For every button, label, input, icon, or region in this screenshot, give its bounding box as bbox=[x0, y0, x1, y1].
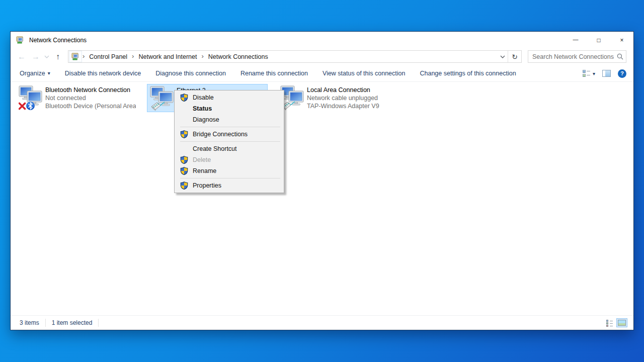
up-button[interactable]: ↑ bbox=[51, 50, 65, 63]
address-site-button[interactable] bbox=[69, 51, 82, 62]
change-view-button[interactable]: ▾ bbox=[583, 70, 595, 77]
details-view-button[interactable] bbox=[606, 319, 613, 327]
file-list-area[interactable]: Bluetooth Network Connection Not connect… bbox=[11, 82, 633, 315]
search-box bbox=[528, 50, 626, 63]
menu-item-bridge-connections[interactable]: Bridge Connections bbox=[175, 129, 284, 140]
minimize-icon: — bbox=[573, 36, 579, 42]
menu-separator bbox=[180, 141, 280, 142]
menu-item-properties[interactable]: Properties bbox=[175, 180, 284, 191]
menu-separator bbox=[180, 178, 280, 178]
connection-device: TAP-Windows Adapter V9 bbox=[307, 102, 397, 110]
statusbar-view-toggles bbox=[606, 318, 627, 327]
context-menu: Disable Status Diagnose Bridge Connectio… bbox=[174, 90, 284, 193]
help-button[interactable]: ? bbox=[618, 69, 626, 78]
menu-item-rename[interactable]: Rename bbox=[175, 165, 284, 176]
close-icon: × bbox=[620, 37, 623, 44]
menu-item-disable[interactable]: Disable bbox=[175, 92, 284, 103]
command-rename-connection[interactable]: Rename this connection bbox=[240, 70, 308, 77]
ethernet-adapter-icon bbox=[150, 86, 175, 111]
chevron-down-icon bbox=[44, 55, 49, 58]
navigation-bar: ← → ↑ › Control Panel › Network and Inte… bbox=[11, 48, 633, 65]
window-controls: — □ × bbox=[564, 32, 633, 48]
connection-item-text: Bluetooth Network Connection Not connect… bbox=[45, 86, 136, 110]
close-button[interactable]: × bbox=[610, 32, 633, 48]
uac-shield-icon bbox=[180, 130, 188, 138]
connection-name: Bluetooth Network Connection bbox=[45, 86, 136, 94]
breadcrumb-separator-icon: › bbox=[82, 52, 85, 60]
status-bar: 3 items 1 item selected bbox=[11, 315, 633, 330]
explorer-window: Network Connections — □ × ← → ↑ › Contro… bbox=[10, 31, 634, 330]
status-separator bbox=[98, 319, 99, 327]
command-view-status[interactable]: View status of this connection bbox=[323, 70, 405, 77]
uac-shield-icon bbox=[180, 182, 188, 190]
menu-item-status[interactable]: Status bbox=[175, 103, 284, 114]
breadcrumb-network-and-internet[interactable]: Network and Internet bbox=[134, 53, 201, 60]
help-icon: ? bbox=[620, 70, 624, 76]
items-count: 3 items bbox=[20, 319, 39, 326]
maximize-icon: □ bbox=[597, 37, 600, 44]
breadcrumb-separator-icon: › bbox=[201, 52, 204, 60]
breadcrumb-control-panel[interactable]: Control Panel bbox=[85, 53, 131, 60]
desktop: { "window": { "title": "Network Connecti… bbox=[0, 0, 644, 362]
view-options-icon bbox=[583, 70, 590, 77]
organize-label: Organize bbox=[20, 70, 45, 77]
back-button[interactable]: ← bbox=[15, 50, 29, 63]
preview-pane-button[interactable] bbox=[602, 70, 611, 77]
toolbar-right-icons: ▾ ? bbox=[583, 65, 626, 82]
minimize-button[interactable]: — bbox=[564, 32, 587, 48]
connection-item-bluetooth[interactable]: Bluetooth Network Connection Not connect… bbox=[16, 84, 137, 112]
uac-shield-icon bbox=[180, 94, 188, 102]
connection-item-text: Local Area Connection Network cable unpl… bbox=[307, 86, 397, 110]
thumbnail-view-icon bbox=[618, 320, 626, 326]
selection-count: 1 item selected bbox=[52, 319, 93, 326]
uac-shield-icon bbox=[180, 167, 188, 175]
organize-menu-button[interactable]: Organize ▾ bbox=[20, 70, 50, 77]
chevron-down-icon bbox=[500, 55, 505, 58]
breadcrumb-separator-icon: › bbox=[131, 52, 134, 60]
refresh-icon: ↻ bbox=[512, 53, 518, 61]
connection-device: Bluetooth Device (Personal Area ... bbox=[45, 102, 136, 110]
menu-item-delete[interactable]: Delete bbox=[175, 154, 284, 165]
forward-icon: → bbox=[32, 52, 40, 61]
recent-locations-button[interactable] bbox=[43, 55, 51, 58]
window-title: Network Connections bbox=[29, 37, 87, 44]
menu-separator bbox=[180, 127, 280, 127]
thumbnail-view-button[interactable] bbox=[616, 318, 627, 327]
menu-item-create-shortcut[interactable]: Create Shortcut bbox=[175, 143, 284, 154]
up-icon: ↑ bbox=[56, 52, 60, 61]
forward-button[interactable]: → bbox=[29, 50, 43, 63]
menu-item-diagnose[interactable]: Diagnose bbox=[175, 114, 284, 125]
network-connections-icon bbox=[16, 36, 25, 44]
search-icon[interactable] bbox=[614, 53, 626, 60]
refresh-button[interactable]: ↻ bbox=[508, 53, 521, 61]
uac-shield-icon bbox=[180, 156, 188, 164]
maximize-button[interactable]: □ bbox=[587, 32, 610, 48]
network-connections-icon bbox=[71, 52, 80, 61]
address-bar[interactable]: › Control Panel › Network and Internet ›… bbox=[68, 50, 522, 63]
command-diagnose-connection[interactable]: Diagnose this connection bbox=[155, 70, 226, 77]
bluetooth-adapter-icon bbox=[19, 85, 43, 111]
command-change-settings[interactable]: Change settings of this connection bbox=[420, 70, 516, 77]
breadcrumb-network-connections[interactable]: Network Connections bbox=[204, 53, 272, 60]
connection-item-local-area[interactable]: Local Area Connection Network cable unpl… bbox=[278, 84, 398, 112]
connection-name: Local Area Connection bbox=[307, 86, 397, 94]
connection-status: Network cable unplugged bbox=[307, 94, 397, 102]
command-bar: Organize ▾ Disable this network device D… bbox=[11, 65, 633, 82]
title-bar[interactable]: Network Connections — □ × bbox=[11, 32, 633, 48]
search-input[interactable] bbox=[528, 51, 614, 62]
caret-down-icon: ▾ bbox=[593, 71, 595, 76]
command-disable-device[interactable]: Disable this network device bbox=[65, 70, 141, 77]
address-dropdown-button[interactable] bbox=[497, 51, 508, 62]
back-icon: ← bbox=[18, 52, 26, 61]
caret-down-icon: ▾ bbox=[48, 70, 50, 76]
status-separator bbox=[45, 319, 46, 327]
connection-status: Not connected bbox=[45, 94, 136, 102]
